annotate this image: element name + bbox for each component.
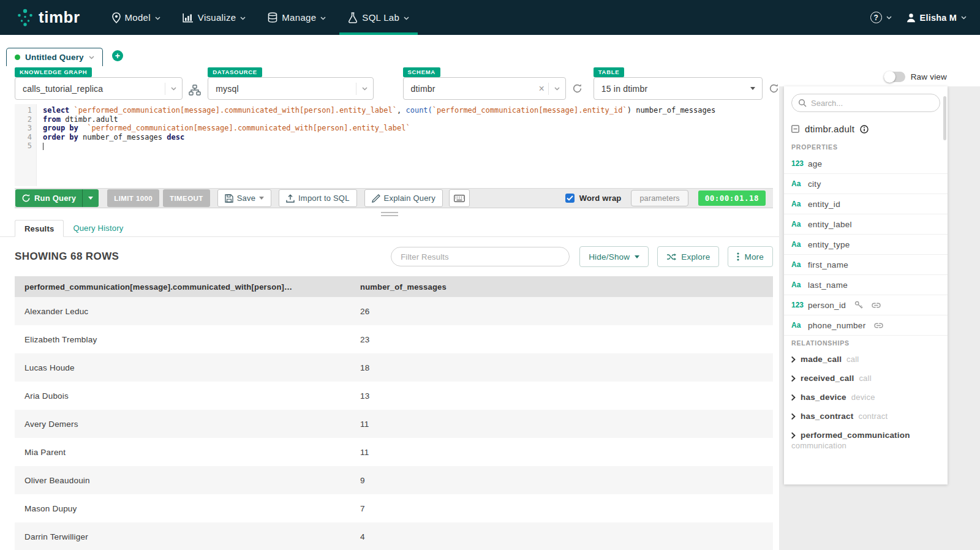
resize-handle[interactable] — [381, 212, 398, 216]
chevron-down-icon[interactable] — [165, 83, 182, 95]
run-options-caret[interactable] — [82, 189, 99, 207]
import-to-sql-button[interactable]: Import to SQL — [279, 189, 357, 207]
nav-manage[interactable]: Manage — [257, 0, 337, 35]
property-row[interactable]: Aaentity_type — [784, 235, 948, 255]
user-menu[interactable]: Elisha M — [907, 13, 967, 23]
table-row[interactable]: Mason Dupuy7 — [15, 494, 773, 522]
entity-header: dtimbr.adult — [784, 117, 948, 140]
chevron-down-icon[interactable] — [548, 83, 565, 95]
caret-down-icon[interactable] — [744, 87, 762, 90]
collapse-icon[interactable] — [791, 125, 799, 133]
caret-down-icon — [635, 255, 639, 258]
raw-view-toggle[interactable] — [884, 72, 905, 82]
clear-icon[interactable]: × — [535, 83, 548, 94]
checkbox-checked-icon[interactable] — [565, 194, 575, 203]
filter-results-input[interactable] — [391, 247, 570, 266]
property-name: age — [808, 159, 822, 168]
chevron-down-icon — [155, 17, 160, 20]
hierarchy-icon[interactable] — [189, 85, 201, 96]
word-wrap-toggle[interactable]: Word wrap — [565, 194, 622, 203]
knowledge-graph-value: calls_tutorial_replica — [23, 84, 165, 94]
relationship-row[interactable]: made_callcall — [784, 350, 948, 369]
query-tab[interactable]: Untitled Query — [6, 48, 103, 66]
relationship-row[interactable]: has_devicedevice — [784, 388, 948, 407]
editor-code[interactable]: select `performed_communication[message]… — [37, 104, 773, 186]
sidebar-search[interactable] — [791, 94, 940, 112]
more-button[interactable]: More — [728, 246, 773, 267]
keyboard-shortcuts-button[interactable] — [449, 189, 470, 207]
chevron-down-icon — [89, 56, 94, 59]
table-row[interactable]: Aria Dubois13 — [15, 382, 773, 410]
table-row[interactable]: Avery Demers11 — [15, 410, 773, 438]
run-query-button[interactable]: Run Query — [15, 189, 99, 207]
explain-query-button[interactable]: Explain Query — [364, 189, 443, 207]
nav-sql-lab[interactable]: SQL Lab — [337, 0, 420, 35]
hide-show-button[interactable]: Hide/Show — [579, 246, 649, 267]
table-row[interactable]: Mia Parent11 — [15, 438, 773, 466]
chevron-down-icon — [961, 16, 967, 20]
refresh-icon — [21, 194, 31, 203]
explore-button[interactable]: Explore — [657, 246, 719, 267]
timeout-button[interactable]: TIMEOUT — [163, 189, 210, 207]
limit-button[interactable]: LIMIT 1000 — [107, 189, 159, 207]
caret-down-icon — [259, 197, 264, 200]
top-navbar: timbr Model Visualize Manage SQL Lab ? — [0, 0, 980, 35]
table-row[interactable]: Alexander Leduc26 — [15, 297, 773, 325]
save-button[interactable]: Save — [217, 189, 271, 207]
tab-results[interactable]: Results — [15, 220, 64, 237]
timbr-logo[interactable]: timbr — [16, 0, 80, 35]
link-icon — [872, 303, 881, 308]
table-row[interactable]: Oliver Beaudouin9 — [15, 466, 773, 494]
property-row[interactable]: Aaphone_number — [784, 315, 948, 336]
sidebar-search-input[interactable] — [811, 99, 940, 108]
property-row[interactable]: Aaentity_label — [784, 214, 948, 235]
user-icon — [907, 13, 916, 23]
schema-group: SCHEMA dtimbr × — [403, 67, 566, 100]
flask-icon — [348, 12, 358, 23]
property-row[interactable]: 123age — [784, 154, 948, 174]
query-tabs-bar: Untitled Query + — [0, 35, 779, 66]
relationship-row[interactable]: has_contractcontract — [784, 407, 948, 426]
property-row[interactable]: Aacity — [784, 174, 948, 194]
tab-query-history[interactable]: Query History — [64, 219, 132, 236]
nav-visualize[interactable]: Visualize — [172, 0, 257, 35]
relationship-target: communication — [791, 441, 846, 450]
relationship-row[interactable]: received_callcall — [784, 369, 948, 388]
column-header: performed_communication[message].communi… — [15, 282, 350, 292]
table-cell: Aria Dubois — [15, 391, 350, 401]
relationship-name: received_call — [801, 374, 854, 383]
chevron-down-icon[interactable] — [356, 83, 373, 95]
table-select[interactable]: 15 in dtimbr — [594, 77, 763, 100]
type-badge: Aa — [791, 220, 808, 228]
datasource-select[interactable]: mysql — [208, 77, 373, 100]
sidebar-background: dtimbr.adult PROPERTIES 123ageAacityAaen… — [779, 86, 980, 550]
table-row[interactable]: Elizabeth Tremblay23 — [15, 325, 773, 353]
property-row[interactable]: Aaentity_id — [784, 194, 948, 214]
sql-editor[interactable]: 12345 select `performed_communication[me… — [15, 104, 773, 186]
property-row[interactable]: Aafirst_name — [784, 255, 948, 275]
link-icon — [874, 323, 883, 328]
type-badge: Aa — [791, 260, 808, 269]
property-row[interactable]: Aalast_name — [784, 275, 948, 295]
table-row[interactable]: Lucas Houde18 — [15, 353, 773, 382]
chevron-right-icon — [791, 356, 796, 363]
add-tab-button[interactable]: + — [112, 50, 123, 61]
relationship-row[interactable]: performed_communicationcommunication — [784, 426, 948, 455]
nav-model[interactable]: Model — [101, 0, 172, 35]
refresh-tables-icon[interactable] — [769, 83, 779, 94]
knowledge-graph-select[interactable]: calls_tutorial_replica — [15, 77, 183, 100]
parameters-button[interactable]: parameters — [631, 190, 688, 206]
relationships-section-label: RELATIONSHIPS — [784, 336, 948, 350]
property-row[interactable]: 123person_id — [784, 295, 948, 315]
table-row[interactable]: Darrin Terwilliger4 — [15, 522, 773, 550]
info-icon[interactable] — [860, 125, 869, 134]
entity-name[interactable]: dtimbr.adult — [805, 124, 854, 134]
code-line: from dtimbr.adult — [43, 115, 773, 124]
help-menu[interactable]: ? — [870, 12, 892, 23]
refresh-schema-icon[interactable] — [572, 83, 582, 94]
key-icon — [854, 301, 863, 309]
table-cell: Alexander Leduc — [15, 307, 350, 316]
schema-select[interactable]: dtimbr × — [403, 77, 566, 100]
code-line — [43, 141, 773, 151]
sidebar-scrollbar[interactable] — [943, 96, 946, 140]
